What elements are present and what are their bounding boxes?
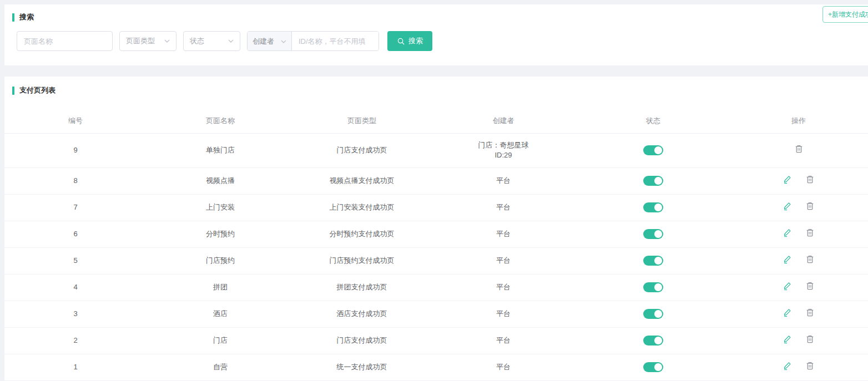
cell-creator: 平台 xyxy=(430,194,577,221)
delete-button[interactable] xyxy=(805,201,815,211)
status-toggle[interactable] xyxy=(643,362,663,372)
delete-button[interactable] xyxy=(805,334,815,344)
delete-button[interactable] xyxy=(805,228,815,237)
creator-line-1: 平台 xyxy=(430,336,577,346)
add-payment-page-button[interactable]: +新增支付成功页 xyxy=(822,6,868,23)
table-row: 3 酒店 酒店支付成功页 平台 xyxy=(4,301,868,327)
page-name-input[interactable] xyxy=(17,31,113,51)
edit-pencil-icon xyxy=(783,201,792,211)
edit-button[interactable] xyxy=(783,308,792,317)
delete-button[interactable] xyxy=(805,361,815,370)
trash-icon xyxy=(805,255,815,264)
search-button[interactable]: 搜索 xyxy=(387,31,432,51)
delete-button[interactable] xyxy=(805,308,815,317)
delete-button[interactable] xyxy=(805,281,815,291)
cell-ops xyxy=(729,301,868,327)
cell-name: 门店 xyxy=(147,327,294,354)
page-type-select[interactable]: 页面类型 xyxy=(119,31,176,51)
cell-status xyxy=(577,194,729,221)
status-select[interactable]: 状态 xyxy=(183,31,240,51)
column-header-name: 页面名称 xyxy=(147,109,294,133)
delete-button[interactable] xyxy=(805,175,815,184)
cell-type: 门店支付成功页 xyxy=(294,133,430,167)
edit-pencil-icon xyxy=(783,175,792,184)
edit-pencil-icon xyxy=(783,334,792,344)
cell-creator: 平台 xyxy=(430,301,577,327)
creator-line-1: 平台 xyxy=(430,202,577,212)
cell-type: 分时预约支付成功页 xyxy=(294,221,430,247)
page-type-select-value: 页面类型 xyxy=(126,36,155,46)
cell-name: 上门安装 xyxy=(147,194,294,221)
list-section-title: 支付页列表 xyxy=(12,85,868,95)
cell-ops xyxy=(729,167,868,194)
cell-creator: 平台 xyxy=(430,354,577,380)
cell-status xyxy=(577,221,729,247)
column-header-id: 编号 xyxy=(4,109,147,133)
section-title-accent-bar xyxy=(12,87,14,95)
creator-line-1: 平台 xyxy=(430,229,577,239)
status-toggle[interactable] xyxy=(643,145,663,155)
edit-button[interactable] xyxy=(783,361,792,370)
cell-name: 自营 xyxy=(147,354,294,380)
cell-creator: 平台 xyxy=(430,167,577,194)
trash-icon xyxy=(805,334,815,344)
status-toggle[interactable] xyxy=(643,309,663,319)
table-row: 6 分时预约 分时预约支付成功页 平台 xyxy=(4,221,868,247)
table-header-row: 编号 页面名称 页面类型 创建者 状态 操作 xyxy=(4,109,868,133)
edit-button[interactable] xyxy=(783,255,792,264)
cell-id: 9 xyxy=(4,133,147,167)
edit-pencil-icon xyxy=(783,281,792,291)
edit-button[interactable] xyxy=(783,175,792,184)
payment-pages-screen: { "accent_color": "#2dbd9e", "search_pan… xyxy=(0,0,868,381)
status-toggle[interactable] xyxy=(643,336,663,346)
cell-type: 拼团支付成功页 xyxy=(294,274,430,301)
creator-select-value: 创建者 xyxy=(253,37,274,47)
status-toggle[interactable] xyxy=(643,229,663,239)
edit-button[interactable] xyxy=(783,334,792,344)
cell-id: 2 xyxy=(4,327,147,354)
creator-id-input[interactable] xyxy=(292,32,379,50)
creator-input-group: 创建者 xyxy=(247,31,379,51)
cell-ops xyxy=(729,247,868,274)
creator-line-1: 平台 xyxy=(430,282,577,292)
cell-type: 酒店支付成功页 xyxy=(294,301,430,327)
status-select-value: 状态 xyxy=(190,36,204,46)
cell-id: 6 xyxy=(4,221,147,247)
cell-ops xyxy=(729,327,868,354)
cell-ops xyxy=(729,194,868,221)
delete-button[interactable] xyxy=(805,255,815,264)
chevron-down-icon xyxy=(281,40,286,43)
creator-select[interactable]: 创建者 xyxy=(248,32,292,51)
section-title-accent-bar xyxy=(12,13,14,22)
column-header-creator: 创建者 xyxy=(430,109,577,133)
table-row: 5 门店预约 门店预约支付成功页 平台 xyxy=(4,247,868,274)
status-toggle[interactable] xyxy=(643,202,663,212)
cell-name: 门店预约 xyxy=(147,247,294,274)
edit-pencil-icon xyxy=(783,228,792,237)
toggle-knob xyxy=(654,337,662,344)
creator-line-1: 门店：奇想星球 xyxy=(430,140,577,150)
toggle-knob xyxy=(654,257,662,265)
edit-button[interactable] xyxy=(783,201,792,211)
cell-id: 7 xyxy=(4,194,147,221)
creator-line-1: 平台 xyxy=(430,362,577,372)
status-toggle[interactable] xyxy=(643,282,663,292)
delete-button[interactable] xyxy=(794,144,804,154)
cell-name: 酒店 xyxy=(147,301,294,327)
cell-ops xyxy=(729,133,868,167)
cell-ops xyxy=(729,274,868,301)
trash-icon xyxy=(805,175,815,184)
creator-line-2: ID:29 xyxy=(430,150,577,160)
cell-creator: 门店：奇想星球 ID:29 xyxy=(430,133,577,167)
status-toggle[interactable] xyxy=(643,176,663,186)
edit-button[interactable] xyxy=(783,281,792,291)
edit-button[interactable] xyxy=(783,228,792,237)
status-toggle[interactable] xyxy=(643,256,663,266)
cell-creator: 平台 xyxy=(430,221,577,247)
search-section-title-text: 搜索 xyxy=(19,12,34,22)
edit-pencil-icon xyxy=(783,308,792,317)
search-icon xyxy=(397,37,405,45)
edit-pencil-icon xyxy=(783,361,792,370)
column-header-ops: 操作 xyxy=(729,109,868,133)
creator-line-1: 平台 xyxy=(430,176,577,186)
